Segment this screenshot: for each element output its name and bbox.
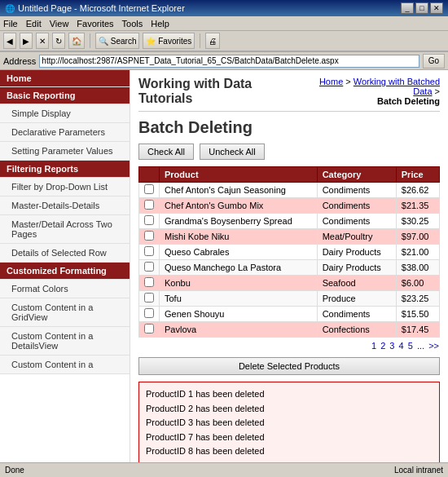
menu-view[interactable]: View: [50, 19, 69, 29]
sidebar-section-home[interactable]: Home: [0, 70, 130, 87]
row-price: $23.25: [396, 291, 439, 307]
title-bar: 🌐 Untitled Page - Microsoft Internet Exp…: [0, 0, 448, 16]
row-product: Chef Anton's Cajun Seasoning: [160, 183, 318, 198]
sidebar-item-custom-gridview[interactable]: Custom Content in a GridView: [0, 298, 130, 327]
row-product: Tofu: [160, 291, 318, 307]
col-header-checkbox: [139, 167, 160, 183]
sidebar-item-custom-content[interactable]: Custom Content in a: [0, 356, 130, 374]
log-message: ProductID 2 has been deleted: [146, 402, 433, 417]
row-category: Condiments: [317, 183, 396, 198]
delete-selected-button[interactable]: Delete Selected Products: [138, 357, 440, 375]
sidebar-item-details-selected-row[interactable]: Details of Selected Row: [0, 244, 130, 263]
maximize-button[interactable]: □: [415, 2, 428, 14]
refresh-button[interactable]: ↻: [52, 33, 65, 49]
row-price: $21.35: [396, 198, 439, 214]
window-controls[interactable]: _ □ ✕: [401, 2, 443, 14]
check-all-button[interactable]: Check All: [138, 144, 194, 160]
site-title: Working with Data Tutorials: [138, 77, 299, 106]
favorites-button[interactable]: ⭐ Favorites: [143, 33, 195, 49]
main-content: Home Basic Reporting Simple Display Decl…: [0, 70, 448, 477]
row-product: Genen Shouyu: [160, 307, 318, 322]
search-button[interactable]: 🔍 Search: [95, 33, 139, 49]
breadcrumb-parent[interactable]: Working with Batched Data: [354, 77, 440, 96]
forward-button[interactable]: ▶: [20, 33, 33, 49]
sidebar-section-filtering-reports[interactable]: Filtering Reports: [0, 161, 130, 178]
log-message: ProductID 1 has been deleted: [146, 387, 433, 402]
row-checkbox-cell: [139, 276, 160, 291]
table-row: Konbu Seafood $6.00: [139, 276, 440, 291]
row-checkbox[interactable]: [144, 324, 154, 333]
page-2[interactable]: 2: [380, 341, 385, 351]
row-checkbox[interactable]: [144, 293, 154, 303]
row-price: $17.45: [396, 322, 439, 338]
row-category: Produce: [317, 291, 396, 307]
breadcrumb-home[interactable]: Home: [319, 77, 343, 86]
row-checkbox-cell: [139, 229, 160, 245]
page-5[interactable]: 5: [408, 341, 413, 351]
menu-favorites[interactable]: Favorites: [77, 19, 113, 29]
sidebar-section-customized-formatting[interactable]: Customized Formatting: [0, 263, 130, 280]
page-ellipsis[interactable]: ...: [417, 341, 424, 351]
table-row: Tofu Produce $23.25: [139, 291, 440, 307]
sidebar-item-custom-detailsview[interactable]: Custom Content in a DetailsView: [0, 327, 130, 356]
row-checkbox[interactable]: [144, 215, 154, 225]
table-row: Pavlova Confections $17.45: [139, 322, 440, 338]
row-product: Queso Manchego La Pastora: [160, 260, 318, 276]
minimize-button[interactable]: _: [401, 2, 414, 14]
row-checkbox[interactable]: [144, 246, 154, 256]
print-button[interactable]: 🖨: [205, 33, 220, 49]
row-category: Seafood: [317, 276, 396, 291]
action-buttons: Check All Uncheck All: [138, 144, 440, 160]
home-button[interactable]: 🏠: [68, 33, 85, 49]
row-product: Pavlova: [160, 322, 318, 338]
page-1[interactable]: 1: [371, 341, 376, 351]
status-bar: Done Local intranet: [0, 462, 448, 477]
row-checkbox[interactable]: [144, 184, 154, 194]
row-checkbox[interactable]: [144, 231, 154, 241]
sidebar-item-master-details[interactable]: Master-Details-Details: [0, 197, 130, 215]
address-input[interactable]: [39, 55, 419, 68]
title-bar-left: 🌐 Untitled Page - Microsoft Internet Exp…: [5, 3, 185, 13]
sidebar-item-format-colors[interactable]: Format Colors: [0, 280, 130, 298]
menu-help[interactable]: Help: [151, 19, 169, 29]
row-category: Condiments: [317, 198, 396, 214]
row-category: Meat/Poultry: [317, 229, 396, 245]
sidebar-item-setting-parameter-values[interactable]: Setting Parameter Values: [0, 142, 130, 161]
sidebar-item-filter-dropdown[interactable]: Filter by Drop-Down List: [0, 178, 130, 197]
sidebar-section-basic-reporting[interactable]: Basic Reporting: [0, 87, 130, 104]
row-checkbox-cell: [139, 322, 160, 338]
row-checkbox[interactable]: [144, 262, 154, 272]
sidebar-item-master-detail-two-pages[interactable]: Master/Detail Across Two Pages: [0, 215, 130, 244]
sidebar-item-declarative-parameters[interactable]: Declarative Parameters: [0, 123, 130, 142]
row-checkbox[interactable]: [144, 308, 154, 318]
row-checkbox-cell: [139, 198, 160, 214]
page-content: Working with Data Tutorials Home > Worki…: [130, 70, 448, 477]
sidebar-item-simple-display[interactable]: Simple Display: [0, 104, 130, 123]
row-category: Condiments: [317, 214, 396, 229]
row-product: Grandma's Boysenberry Spread: [160, 214, 318, 229]
row-checkbox[interactable]: [144, 277, 154, 287]
menu-edit[interactable]: Edit: [26, 19, 42, 29]
stop-button[interactable]: ✕: [36, 33, 49, 49]
row-checkbox[interactable]: [144, 200, 154, 210]
row-product: Chef Anton's Gumbo Mix: [160, 198, 318, 214]
go-button[interactable]: Go: [423, 54, 445, 68]
toolbar-separator: [90, 33, 90, 48]
uncheck-all-button[interactable]: Uncheck All: [200, 144, 264, 160]
menu-file[interactable]: File: [3, 19, 18, 29]
back-button[interactable]: ◀: [3, 33, 16, 49]
page-next[interactable]: >>: [428, 341, 439, 351]
page-header: Working with Data Tutorials Home > Worki…: [138, 77, 440, 112]
row-price: $6.00: [396, 276, 439, 291]
table-row: Mishi Kobe Niku Meat/Poultry $97.00: [139, 229, 440, 245]
table-row: Queso Manchego La Pastora Dairy Products…: [139, 260, 440, 276]
page-4[interactable]: 4: [399, 341, 404, 351]
page-3[interactable]: 3: [389, 341, 394, 351]
menu-tools[interactable]: Tools: [122, 19, 143, 29]
row-category: Dairy Products: [317, 245, 396, 260]
close-button[interactable]: ✕: [430, 2, 443, 14]
row-checkbox-cell: [139, 307, 160, 322]
pagination: 1 2 3 4 5 ... >>: [138, 341, 440, 351]
log-message: ProductID 3 has been deleted: [146, 416, 433, 431]
row-category: Confections: [317, 322, 396, 338]
